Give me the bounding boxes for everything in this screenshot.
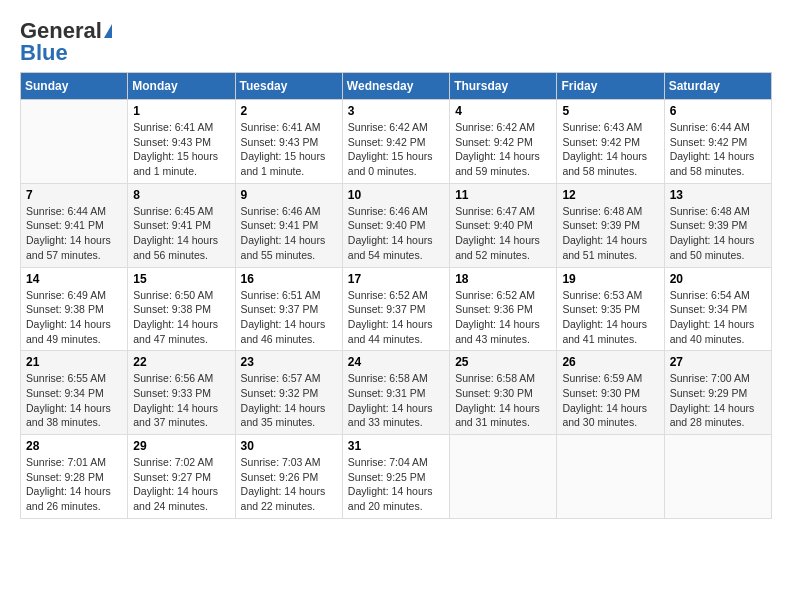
day-info: Sunrise: 6:41 AMSunset: 9:43 PMDaylight:… (241, 120, 337, 179)
day-info: Sunrise: 6:42 AMSunset: 9:42 PMDaylight:… (348, 120, 444, 179)
week-row-4: 21Sunrise: 6:55 AMSunset: 9:34 PMDayligh… (21, 351, 772, 435)
day-cell (557, 435, 664, 519)
day-cell: 1Sunrise: 6:41 AMSunset: 9:43 PMDaylight… (128, 100, 235, 184)
day-cell: 10Sunrise: 6:46 AMSunset: 9:40 PMDayligh… (342, 183, 449, 267)
day-cell: 26Sunrise: 6:59 AMSunset: 9:30 PMDayligh… (557, 351, 664, 435)
column-header-tuesday: Tuesday (235, 73, 342, 100)
day-number: 30 (241, 439, 337, 453)
day-info: Sunrise: 7:01 AMSunset: 9:28 PMDaylight:… (26, 455, 122, 514)
day-cell: 31Sunrise: 7:04 AMSunset: 9:25 PMDayligh… (342, 435, 449, 519)
day-cell: 9Sunrise: 6:46 AMSunset: 9:41 PMDaylight… (235, 183, 342, 267)
day-info: Sunrise: 6:44 AMSunset: 9:41 PMDaylight:… (26, 204, 122, 263)
day-cell: 6Sunrise: 6:44 AMSunset: 9:42 PMDaylight… (664, 100, 771, 184)
day-number: 20 (670, 272, 766, 286)
day-info: Sunrise: 7:00 AMSunset: 9:29 PMDaylight:… (670, 371, 766, 430)
column-header-friday: Friday (557, 73, 664, 100)
day-info: Sunrise: 6:46 AMSunset: 9:40 PMDaylight:… (348, 204, 444, 263)
day-cell: 8Sunrise: 6:45 AMSunset: 9:41 PMDaylight… (128, 183, 235, 267)
day-info: Sunrise: 6:56 AMSunset: 9:33 PMDaylight:… (133, 371, 229, 430)
day-number: 6 (670, 104, 766, 118)
day-number: 2 (241, 104, 337, 118)
day-cell: 29Sunrise: 7:02 AMSunset: 9:27 PMDayligh… (128, 435, 235, 519)
day-cell: 23Sunrise: 6:57 AMSunset: 9:32 PMDayligh… (235, 351, 342, 435)
column-header-monday: Monday (128, 73, 235, 100)
day-info: Sunrise: 6:51 AMSunset: 9:37 PMDaylight:… (241, 288, 337, 347)
day-number: 3 (348, 104, 444, 118)
column-header-saturday: Saturday (664, 73, 771, 100)
day-number: 7 (26, 188, 122, 202)
day-number: 24 (348, 355, 444, 369)
day-cell: 18Sunrise: 6:52 AMSunset: 9:36 PMDayligh… (450, 267, 557, 351)
day-info: Sunrise: 6:48 AMSunset: 9:39 PMDaylight:… (670, 204, 766, 263)
day-number: 31 (348, 439, 444, 453)
day-info: Sunrise: 6:52 AMSunset: 9:37 PMDaylight:… (348, 288, 444, 347)
day-number: 1 (133, 104, 229, 118)
day-cell: 11Sunrise: 6:47 AMSunset: 9:40 PMDayligh… (450, 183, 557, 267)
logo-blue-text: Blue (20, 42, 68, 64)
day-cell: 27Sunrise: 7:00 AMSunset: 9:29 PMDayligh… (664, 351, 771, 435)
day-info: Sunrise: 7:02 AMSunset: 9:27 PMDaylight:… (133, 455, 229, 514)
day-number: 19 (562, 272, 658, 286)
day-info: Sunrise: 6:46 AMSunset: 9:41 PMDaylight:… (241, 204, 337, 263)
day-number: 4 (455, 104, 551, 118)
day-number: 18 (455, 272, 551, 286)
day-info: Sunrise: 6:52 AMSunset: 9:36 PMDaylight:… (455, 288, 551, 347)
day-info: Sunrise: 6:53 AMSunset: 9:35 PMDaylight:… (562, 288, 658, 347)
page-header: General Blue (20, 20, 772, 64)
day-number: 15 (133, 272, 229, 286)
day-cell: 12Sunrise: 6:48 AMSunset: 9:39 PMDayligh… (557, 183, 664, 267)
logo-general-text: General (20, 20, 102, 42)
day-info: Sunrise: 6:57 AMSunset: 9:32 PMDaylight:… (241, 371, 337, 430)
day-cell: 13Sunrise: 6:48 AMSunset: 9:39 PMDayligh… (664, 183, 771, 267)
day-cell (664, 435, 771, 519)
day-info: Sunrise: 6:58 AMSunset: 9:31 PMDaylight:… (348, 371, 444, 430)
day-cell: 22Sunrise: 6:56 AMSunset: 9:33 PMDayligh… (128, 351, 235, 435)
day-info: Sunrise: 7:04 AMSunset: 9:25 PMDaylight:… (348, 455, 444, 514)
day-cell: 20Sunrise: 6:54 AMSunset: 9:34 PMDayligh… (664, 267, 771, 351)
day-number: 13 (670, 188, 766, 202)
day-info: Sunrise: 6:43 AMSunset: 9:42 PMDaylight:… (562, 120, 658, 179)
day-cell: 17Sunrise: 6:52 AMSunset: 9:37 PMDayligh… (342, 267, 449, 351)
day-info: Sunrise: 6:54 AMSunset: 9:34 PMDaylight:… (670, 288, 766, 347)
header-row: SundayMondayTuesdayWednesdayThursdayFrid… (21, 73, 772, 100)
day-number: 16 (241, 272, 337, 286)
day-cell: 16Sunrise: 6:51 AMSunset: 9:37 PMDayligh… (235, 267, 342, 351)
day-info: Sunrise: 6:55 AMSunset: 9:34 PMDaylight:… (26, 371, 122, 430)
week-row-2: 7Sunrise: 6:44 AMSunset: 9:41 PMDaylight… (21, 183, 772, 267)
day-number: 14 (26, 272, 122, 286)
day-info: Sunrise: 6:47 AMSunset: 9:40 PMDaylight:… (455, 204, 551, 263)
day-info: Sunrise: 6:45 AMSunset: 9:41 PMDaylight:… (133, 204, 229, 263)
day-number: 11 (455, 188, 551, 202)
day-cell: 21Sunrise: 6:55 AMSunset: 9:34 PMDayligh… (21, 351, 128, 435)
day-cell: 2Sunrise: 6:41 AMSunset: 9:43 PMDaylight… (235, 100, 342, 184)
week-row-3: 14Sunrise: 6:49 AMSunset: 9:38 PMDayligh… (21, 267, 772, 351)
day-number: 10 (348, 188, 444, 202)
day-number: 23 (241, 355, 337, 369)
day-number: 21 (26, 355, 122, 369)
day-info: Sunrise: 6:41 AMSunset: 9:43 PMDaylight:… (133, 120, 229, 179)
day-number: 8 (133, 188, 229, 202)
day-number: 12 (562, 188, 658, 202)
day-info: Sunrise: 6:48 AMSunset: 9:39 PMDaylight:… (562, 204, 658, 263)
day-number: 29 (133, 439, 229, 453)
day-cell: 30Sunrise: 7:03 AMSunset: 9:26 PMDayligh… (235, 435, 342, 519)
day-cell (21, 100, 128, 184)
day-number: 26 (562, 355, 658, 369)
logo-icon (104, 24, 112, 38)
day-cell: 28Sunrise: 7:01 AMSunset: 9:28 PMDayligh… (21, 435, 128, 519)
day-info: Sunrise: 6:44 AMSunset: 9:42 PMDaylight:… (670, 120, 766, 179)
day-cell: 24Sunrise: 6:58 AMSunset: 9:31 PMDayligh… (342, 351, 449, 435)
day-cell: 3Sunrise: 6:42 AMSunset: 9:42 PMDaylight… (342, 100, 449, 184)
day-info: Sunrise: 6:50 AMSunset: 9:38 PMDaylight:… (133, 288, 229, 347)
column-header-thursday: Thursday (450, 73, 557, 100)
column-header-sunday: Sunday (21, 73, 128, 100)
day-info: Sunrise: 6:58 AMSunset: 9:30 PMDaylight:… (455, 371, 551, 430)
calendar-table: SundayMondayTuesdayWednesdayThursdayFrid… (20, 72, 772, 519)
week-row-1: 1Sunrise: 6:41 AMSunset: 9:43 PMDaylight… (21, 100, 772, 184)
day-cell (450, 435, 557, 519)
day-number: 25 (455, 355, 551, 369)
day-cell: 25Sunrise: 6:58 AMSunset: 9:30 PMDayligh… (450, 351, 557, 435)
day-info: Sunrise: 7:03 AMSunset: 9:26 PMDaylight:… (241, 455, 337, 514)
day-cell: 19Sunrise: 6:53 AMSunset: 9:35 PMDayligh… (557, 267, 664, 351)
day-number: 17 (348, 272, 444, 286)
